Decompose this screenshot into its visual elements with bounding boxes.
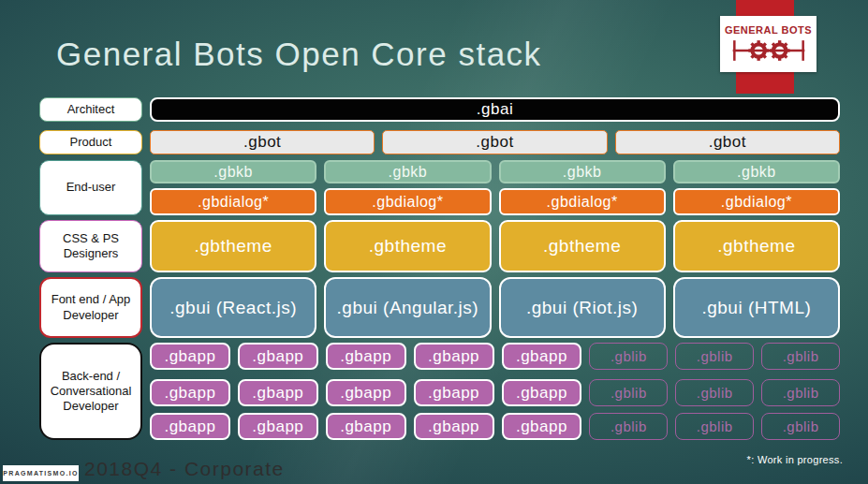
stack-box-gblib: .gblib <box>761 343 840 370</box>
row-gbui: .gbui (React.js) .gbui (Angular.js) .gbu… <box>150 277 840 338</box>
pragmatismo-brand-chip: PRAGMATISMO.IO <box>3 465 79 481</box>
label-front-end-app-developer: Font end / App Developer <box>39 277 142 338</box>
stack-box-gbapp: .gbapp <box>238 413 318 440</box>
stack-box-gbdialog: .gbdialog* <box>673 188 840 215</box>
stack-box-gbtheme: .gbtheme <box>150 220 316 272</box>
stack-box-gbtheme: .gbtheme <box>324 220 491 272</box>
stack-box-gbapp: .gbapp <box>502 413 582 440</box>
label-back-end-conversational-developer: Back-end / Conversational Developer <box>39 343 142 440</box>
stack-box-gbot: .gbot <box>615 130 840 154</box>
stack-box-gbtheme: .gbtheme <box>499 220 666 272</box>
row-gbapp-1: .gbapp .gbapp .gbapp .gbapp .gbapp .gbli… <box>150 343 840 370</box>
stack-box-gbapp: .gbapp <box>502 379 582 406</box>
stack-box-gbapp: .gbapp <box>326 379 406 406</box>
stack-box-gblib: .gblib <box>675 343 754 370</box>
row-gbot: .gbot .gbot .gbot <box>150 130 840 154</box>
stack-box-gbapp: .gbapp <box>414 343 494 370</box>
stack-box-gbot: .gbot <box>150 130 375 154</box>
stack-box-gbapp: .gbapp <box>502 343 582 370</box>
page-title: General Bots Open Core stack <box>56 36 542 73</box>
stack-box-gblib: .gblib <box>761 379 840 406</box>
stack-box-gbapp: .gbapp <box>414 413 494 440</box>
row-gbai: .gbai <box>150 97 840 122</box>
stack-box-gbapp: .gbapp <box>326 413 406 440</box>
label-architect: Architect <box>39 97 142 122</box>
stack-box-gbui-riot: .gbui (Riot.js) <box>499 277 666 338</box>
stack-box-gbkb: .gbkb <box>324 160 491 183</box>
row-gbtheme: .gbtheme .gbtheme .gbtheme .gbtheme <box>150 220 840 272</box>
stack-box-gbui-react: .gbui (React.js) <box>150 277 316 338</box>
stack-box-gbkb: .gbkb <box>150 160 316 183</box>
stack-box-gblib: .gblib <box>761 413 840 440</box>
label-end-user: End-user <box>39 160 142 215</box>
stack-box-gbapp: .gbapp <box>150 343 230 370</box>
row-gbdialog: .gbdialog* .gbdialog* .gbdialog* .gbdial… <box>150 188 840 215</box>
stack-box-gbui-html: .gbui (HTML) <box>673 277 840 338</box>
row-gbkb: .gbkb .gbkb .gbkb .gbkb <box>150 160 840 183</box>
stack-box-gbot: .gbot <box>382 130 607 154</box>
stack-box-gbapp: .gbapp <box>414 379 494 406</box>
stack-box-gbkb: .gbkb <box>673 160 840 183</box>
work-in-progress-note: *: Work in progress. <box>747 454 843 465</box>
gears-icon <box>728 37 809 65</box>
row-gbapp-2: .gbapp .gbapp .gbapp .gbapp .gbapp .gbli… <box>150 379 840 406</box>
stack-box-gbapp: .gbapp <box>238 343 318 370</box>
logo-wordmark: GENERAL BOTS <box>725 24 812 36</box>
stack-box-gblib: .gblib <box>675 379 754 406</box>
stack-box-gbai: .gbai <box>150 97 840 122</box>
stack-box-gbdialog: .gbdialog* <box>324 188 491 215</box>
stack-box-gblib: .gblib <box>589 379 668 406</box>
general-bots-logo: GENERAL BOTS <box>720 16 817 72</box>
stack-box-gbdialog: .gbdialog* <box>150 188 316 215</box>
footer-version-text: 2018Q4 - Corporate <box>84 458 285 480</box>
label-product: Product <box>39 130 142 154</box>
stack-box-gbui-angular: .gbui (Angular.js) <box>324 277 491 338</box>
stack-box-gbdialog: .gbdialog* <box>499 188 666 215</box>
stack-box-gbapp: .gbapp <box>238 379 318 406</box>
stack-box-gblib: .gblib <box>589 413 668 440</box>
stack-box-gblib: .gblib <box>675 413 754 440</box>
stack-box-gbapp: .gbapp <box>150 413 230 440</box>
stack-box-gbkb: .gbkb <box>499 160 666 183</box>
stack-box-gblib: .gblib <box>589 343 668 370</box>
label-css-ps-designers: CSS & PS Designers <box>39 220 142 272</box>
stack-box-gbtheme: .gbtheme <box>673 220 840 272</box>
stack-box-gbapp: .gbapp <box>326 343 406 370</box>
row-gbapp-3: .gbapp .gbapp .gbapp .gbapp .gbapp .gbli… <box>150 413 840 440</box>
stack-box-gbapp: .gbapp <box>150 379 230 406</box>
